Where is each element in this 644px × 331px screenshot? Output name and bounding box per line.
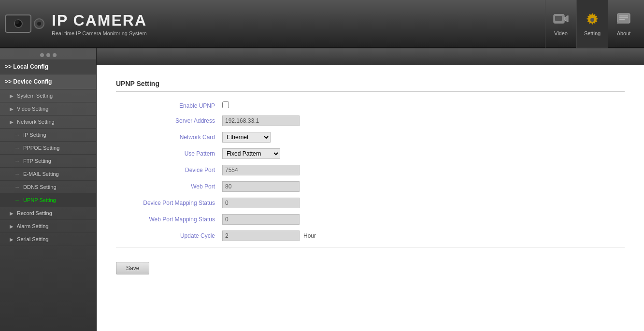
- use-pattern-select[interactable]: Fixed Pattern: [222, 148, 280, 159]
- logo-icon: [5, 14, 44, 33]
- sidebar-network-setting-label: Network Setting: [17, 119, 55, 125]
- arrow-right-icon: →: [14, 171, 20, 177]
- header-title: IP CAMERA Real-time IP Camera Monitoring…: [52, 12, 147, 36]
- arrow-right-icon: →: [14, 184, 20, 190]
- sidebar-video-setting[interactable]: ▶ Video Setting: [0, 102, 96, 115]
- sidebar-pppoe-setting[interactable]: → PPPOE Setting: [0, 142, 96, 155]
- sidebar-alarm-setting-label: Alarm Setting: [16, 223, 48, 229]
- nav-video[interactable]: Video: [545, 0, 576, 48]
- section-title: UPNP Setting: [116, 80, 625, 92]
- enable-upnp-label: Enable UPNP: [116, 102, 222, 109]
- sidebar-email-setting-label: E-MAIL Setting: [23, 171, 59, 177]
- sidebar-local-config[interactable]: >> Local Config: [0, 59, 96, 74]
- arrow-icon: ▶: [10, 119, 14, 125]
- arrow-right-icon: →: [14, 132, 20, 138]
- form-actions: Save: [116, 247, 625, 274]
- enable-upnp-checkbox[interactable]: [222, 101, 229, 108]
- form-row-enable-upnp: Enable UPNP: [116, 101, 625, 110]
- web-port-label: Web Port: [116, 183, 222, 190]
- sidebar-email-setting[interactable]: → E-MAIL Setting: [0, 168, 96, 181]
- mic-dot: [37, 22, 41, 26]
- sidebar-serial-setting[interactable]: ▶ Serial Setting: [0, 233, 96, 246]
- sidebar-ftp-setting-label: FTP Setting: [23, 158, 51, 164]
- app-subtitle: Real-time IP Camera Monitoring System: [52, 30, 147, 36]
- arrow-icon: ▶: [10, 106, 14, 112]
- camera-lens-inner-icon: [15, 20, 19, 24]
- web-port-field: [222, 181, 300, 192]
- sidebar-record-setting-label: Record Setting: [17, 210, 52, 216]
- content-body: UPNP Setting Enable UPNP Server Address …: [97, 65, 644, 331]
- device-port-mapping-label: Device Port Mapping Status: [116, 200, 222, 206]
- sidebar-system-setting-label: System Setting: [17, 93, 53, 99]
- sidebar-ip-setting-label: IP Setting: [23, 132, 46, 138]
- update-cycle-input[interactable]: [222, 230, 300, 241]
- nav-video-label: Video: [554, 30, 568, 36]
- form-row-device-port: Device Port: [116, 165, 625, 175]
- sidebar-pppoe-setting-label: PPPOE Setting: [23, 145, 59, 151]
- network-card-field: Ethernet: [222, 132, 271, 143]
- sidebar-ddns-setting[interactable]: → DDNS Setting: [0, 181, 96, 194]
- form-row-use-pattern: Use Pattern Fixed Pattern: [116, 148, 625, 159]
- web-port-mapping-input[interactable]: [222, 214, 300, 225]
- sidebar-video-setting-label: Video Setting: [17, 106, 48, 112]
- setting-icon: [584, 11, 601, 29]
- nav-about-label: About: [617, 30, 631, 36]
- form-row-update-cycle: Update Cycle Hour: [116, 230, 625, 241]
- svg-rect-2: [555, 16, 562, 21]
- sidebar-system-setting[interactable]: ▶ System Setting: [0, 89, 96, 102]
- main-layout: >> Local Config >> Device Config ▶ Syste…: [0, 48, 644, 331]
- about-icon: [615, 11, 632, 29]
- sidebar-upnp-setting[interactable]: → UPNP Setting: [0, 194, 96, 207]
- update-cycle-unit: Hour: [303, 232, 316, 239]
- arrow-icon: ▶: [10, 93, 14, 99]
- app-title: IP CAMERA: [52, 12, 147, 29]
- sidebar-record-setting[interactable]: ▶ Record Setting: [0, 207, 96, 220]
- nav-about[interactable]: About: [608, 0, 639, 48]
- use-pattern-field: Fixed Pattern: [222, 148, 280, 159]
- web-port-mapping-field: [222, 214, 300, 225]
- form-row-network-card: Network Card Ethernet: [116, 132, 625, 143]
- update-cycle-label: Update Cycle: [116, 232, 222, 239]
- device-port-mapping-field: [222, 198, 300, 208]
- sidebar-device-config[interactable]: >> Device Config: [0, 74, 96, 89]
- sidebar-network-setting[interactable]: ▶ Network Setting: [0, 115, 96, 129]
- network-card-select[interactable]: Ethernet: [222, 132, 271, 143]
- arrow-right-icon: →: [14, 197, 20, 203]
- sidebar-ddns-setting-label: DDNS Setting: [23, 184, 56, 190]
- nav-setting-label: Setting: [584, 30, 601, 36]
- server-address-label: Server Address: [116, 117, 222, 124]
- device-port-label: Device Port: [116, 167, 222, 173]
- header-nav: Video Setting Ab: [545, 0, 639, 48]
- camera-body-icon: [5, 14, 31, 33]
- sidebar-alarm-setting[interactable]: ▶ Alarm Setting: [0, 220, 96, 233]
- sidebar-local-config-label: >> Local Config: [5, 63, 48, 70]
- server-address-field: [222, 115, 300, 126]
- sidebar-upnp-setting-label: UPNP Setting: [23, 197, 56, 203]
- content-header: [97, 48, 644, 65]
- camera-mic-icon: [34, 18, 44, 29]
- sidebar: >> Local Config >> Device Config ▶ Syste…: [0, 48, 97, 331]
- svg-point-4: [590, 18, 594, 22]
- web-port-mapping-label: Web Port Mapping Status: [116, 216, 222, 223]
- network-card-label: Network Card: [116, 134, 222, 141]
- dot3: [53, 53, 57, 57]
- web-port-input[interactable]: [222, 181, 300, 192]
- form-row-server-address: Server Address: [116, 115, 625, 126]
- form-row-web-port-mapping: Web Port Mapping Status: [116, 214, 625, 225]
- device-port-mapping-input[interactable]: [222, 198, 300, 208]
- device-port-input[interactable]: [222, 165, 300, 175]
- arrow-icon: ▶: [10, 237, 14, 242]
- nav-setting[interactable]: Setting: [576, 0, 608, 48]
- server-address-input[interactable]: [222, 115, 300, 126]
- camera-lens-icon: [14, 19, 23, 28]
- arrow-right-icon: →: [14, 158, 20, 164]
- arrow-icon: ▶: [10, 224, 14, 229]
- sidebar-ip-setting[interactable]: → IP Setting: [0, 129, 96, 142]
- device-port-field: [222, 165, 300, 175]
- video-icon: [552, 11, 570, 29]
- sidebar-dots: [0, 51, 96, 59]
- sidebar-ftp-setting[interactable]: → FTP Setting: [0, 155, 96, 168]
- use-pattern-label: Use Pattern: [116, 150, 222, 157]
- save-button[interactable]: Save: [116, 262, 149, 274]
- content-area: UPNP Setting Enable UPNP Server Address …: [97, 48, 644, 331]
